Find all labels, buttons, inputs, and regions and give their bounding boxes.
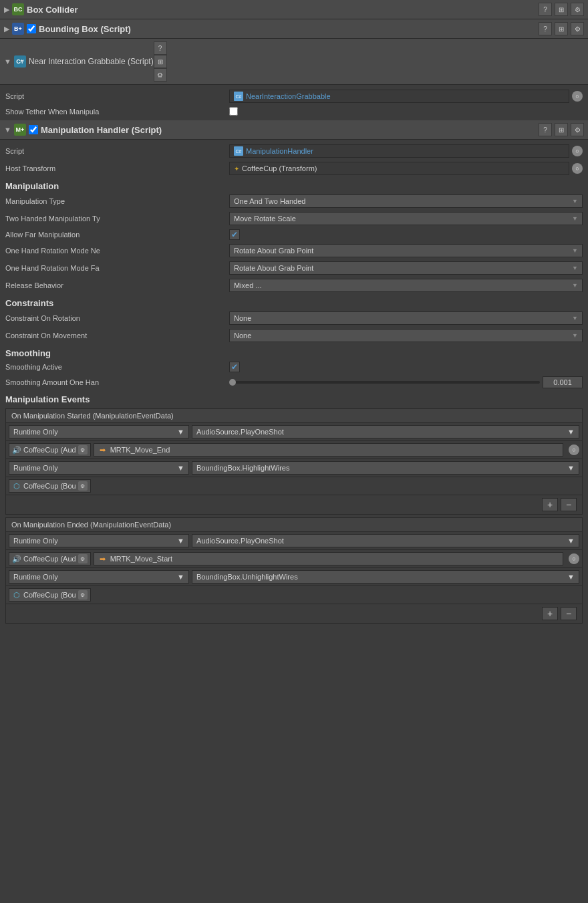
ended-runtime-2[interactable]: Runtime Only ▼ <box>9 570 189 584</box>
ended-row1-bottom: 🔊 CoffeeCup (Aud ⚙ ➡ MRTK_Move_Start ○ <box>6 550 582 567</box>
ended-obj-2[interactable]: ⬡ CoffeeCup (Bou ⚙ <box>9 588 91 602</box>
near-script-field[interactable]: C# NearInteractionGrabbable <box>229 90 569 103</box>
host-transform-field[interactable]: ✦ CoffeeCup (Transform) <box>229 162 569 175</box>
manipulation-subtitle: Manipulation <box>0 177 588 192</box>
ended-entry-2: Runtime Only ▼ BoundingBox.UnhighlightWi… <box>6 568 582 604</box>
started-runtime-2[interactable]: Runtime Only ▼ <box>9 461 189 475</box>
allow-far-checkbox[interactable]: ✔ <box>229 229 240 240</box>
gear-icon-2[interactable]: ⚙ <box>78 481 88 491</box>
started-func-value-1[interactable]: ➡ MRTK_Move_End <box>94 443 563 457</box>
one-hand-near-arrow: ▼ <box>572 247 578 254</box>
manip-script-icon: C# <box>234 146 243 156</box>
bounding-box-header: ▶ B+ Bounding Box (Script) ? ⊞ ⚙ <box>0 19 588 39</box>
tether-label: Show Tether When Manipula <box>5 108 229 116</box>
smoothing-slider-track[interactable] <box>229 381 540 384</box>
rotation-dropdown[interactable]: None ▼ <box>229 311 583 325</box>
fold-arrow-bounding[interactable]: ▶ <box>4 25 9 33</box>
manip-gear[interactable]: ⚙ <box>571 123 584 136</box>
started-entry-2: Runtime Only ▼ BoundingBox.HighlightWire… <box>6 459 582 495</box>
started-runtime-2-text: Runtime Only <box>13 464 58 472</box>
ended-circle-1[interactable]: ○ <box>569 553 579 564</box>
ended-remove-btn[interactable]: − <box>561 607 577 620</box>
fold-arrow-manip[interactable]: ▼ <box>4 126 11 134</box>
one-hand-near-row: One Hand Rotation Mode Ne Rotate About G… <box>0 242 588 259</box>
started-obj-2[interactable]: ⬡ CoffeeCup (Bou ⚙ <box>9 479 91 493</box>
started-obj-1[interactable]: 🔊 CoffeeCup (Aud ⚙ <box>9 443 91 457</box>
smoothing-slider-thumb <box>229 379 236 386</box>
manip-script-field[interactable]: C# ManipulationHandler <box>229 144 569 158</box>
started-runtime-1-text: Runtime Only <box>13 428 58 436</box>
host-transform-circle[interactable]: ○ <box>572 163 583 174</box>
bounding-box-checkbox[interactable] <box>27 24 36 33</box>
started-function-1[interactable]: AudioSource.PlayOneShot ▼ <box>192 425 579 438</box>
near-interaction-help[interactable]: ? <box>154 41 167 55</box>
fold-arrow-box[interactable]: ▶ <box>4 5 9 14</box>
started-function-2[interactable]: BoundingBox.HighlightWires ▼ <box>192 461 579 475</box>
smoothing-amount-value[interactable]: 0.001 <box>543 376 583 388</box>
started-function-1-text: AudioSource.PlayOneShot <box>196 428 284 436</box>
near-script-circle[interactable]: ○ <box>572 91 583 102</box>
manip-script-circle[interactable]: ○ <box>572 146 583 156</box>
near-interaction-expand[interactable]: ⊞ <box>154 55 167 68</box>
manip-help[interactable]: ? <box>539 123 552 136</box>
manip-events-title: Manipulation Events <box>0 390 588 406</box>
started-runtime-1-arrow: ▼ <box>177 428 184 436</box>
two-handed-dropdown[interactable]: Move Rotate Scale ▼ <box>229 212 583 225</box>
manip-script-name: ManipulationHandler <box>246 147 313 155</box>
near-interaction-header: ▼ C# Near Interaction Grabbable (Script)… <box>0 39 588 85</box>
started-function-1-arrow: ▼ <box>567 428 575 436</box>
fold-arrow-near[interactable]: ▼ <box>4 57 11 66</box>
started-circle-1[interactable]: ○ <box>569 444 579 455</box>
manip-type-dropdown[interactable]: One And Two Handed ▼ <box>229 195 583 208</box>
manip-expand[interactable]: ⊞ <box>555 123 568 136</box>
started-add-btn[interactable]: + <box>542 498 558 511</box>
box-collider-header: ▶ BC Box Collider ? ⊞ ⚙ <box>0 0 588 19</box>
ended-add-btn[interactable]: + <box>542 607 558 620</box>
started-func-value-1-text: MRTK_Move_End <box>110 446 170 454</box>
one-hand-far-row: One Hand Rotation Mode Fa Rotate About G… <box>0 259 588 277</box>
ended-function-1[interactable]: AudioSource.PlayOneShot ▼ <box>192 534 579 547</box>
ended-func-value-1-text: MRTK_Move_Start <box>110 555 172 563</box>
near-interaction-gear[interactable]: ⚙ <box>154 68 167 82</box>
two-handed-text: Move Rotate Scale <box>234 215 296 223</box>
manip-type-value: One And Two Handed ▼ <box>229 195 583 208</box>
gear-icon-3[interactable]: ⚙ <box>78 554 88 563</box>
ended-func-value-1[interactable]: ➡ MRTK_Move_Start <box>94 552 563 565</box>
one-hand-near-dropdown[interactable]: Rotate About Grab Point ▼ <box>229 244 583 257</box>
one-hand-far-dropdown[interactable]: Rotate About Grab Point ▼ <box>229 261 583 275</box>
bounding-box-icons: ? ⊞ ⚙ <box>539 22 584 35</box>
gear-icon-4[interactable]: ⚙ <box>78 590 88 600</box>
box-collider-expand[interactable]: ⊞ <box>555 3 568 16</box>
manip-script-row: Script C# ManipulationHandler ○ <box>0 142 588 160</box>
started-row2-bottom: ⬡ CoffeeCup (Bou ⚙ <box>6 477 582 495</box>
ended-obj-1[interactable]: 🔊 CoffeeCup (Aud ⚙ <box>9 552 91 565</box>
bounding-box-expand[interactable]: ⊞ <box>555 22 568 35</box>
one-hand-far-label: One Hand Rotation Mode Fa <box>5 264 229 272</box>
box-collider-gear[interactable]: ⚙ <box>571 3 584 16</box>
smoothing-active-row: Smoothing Active ✔ <box>0 360 588 374</box>
manip-script-label: Script <box>5 147 229 155</box>
audio-icon-2: 🔊 <box>12 554 21 563</box>
tether-checkbox[interactable] <box>229 107 238 116</box>
allow-far-label: Allow Far Manipulation <box>5 231 229 239</box>
bounding-box-help[interactable]: ? <box>539 22 552 35</box>
ended-add-remove: + − <box>6 604 582 623</box>
manip-icons: ? ⊞ ⚙ <box>539 123 584 136</box>
ended-runtime-1[interactable]: Runtime Only ▼ <box>9 534 189 547</box>
started-function-2-arrow: ▼ <box>567 464 575 472</box>
bounding-box-gear[interactable]: ⚙ <box>571 22 584 35</box>
started-remove-btn[interactable]: − <box>561 498 577 511</box>
release-behavior-dropdown[interactable]: Mixed ... ▼ <box>229 279 583 292</box>
arrow-icon-2: ➡ <box>98 554 108 563</box>
movement-dropdown[interactable]: None ▼ <box>229 329 583 342</box>
release-behavior-text: Mixed ... <box>234 281 262 289</box>
ended-function-2[interactable]: BoundingBox.UnhighlightWires ▼ <box>192 570 579 584</box>
tether-row: Show Tether When Manipula <box>0 105 588 118</box>
started-runtime-1[interactable]: Runtime Only ▼ <box>9 425 189 438</box>
gear-icon-1[interactable]: ⚙ <box>78 445 88 455</box>
box-collider-help[interactable]: ? <box>539 3 552 16</box>
started-row1-bottom: 🔊 CoffeeCup (Aud ⚙ ➡ MRTK_Move_End ○ <box>6 441 582 459</box>
manip-checkbox[interactable] <box>29 125 38 134</box>
smoothing-active-checkbox[interactable]: ✔ <box>229 362 240 372</box>
manip-type-label: Manipulation Type <box>5 197 229 205</box>
